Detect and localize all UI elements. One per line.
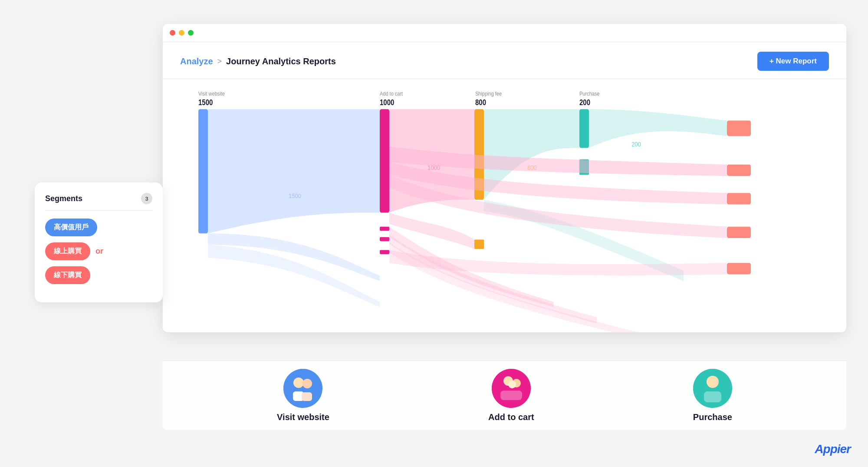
svg-text:Shipping fee: Shipping fee (475, 90, 502, 97)
segment-tag-online[interactable]: 線上購買 (45, 242, 90, 260)
stage-cart-label: Add to cart (488, 412, 534, 422)
svg-text:200: 200 (631, 140, 641, 148)
node-visit-website (198, 109, 208, 233)
node-purchase (579, 109, 589, 148)
breadcrumb-separator: > (217, 57, 222, 66)
flow-visit-cart-main (208, 109, 380, 233)
svg-text:200: 200 (579, 98, 590, 106)
sankey-chart: Visit website 1500 Add to cart 1000 Ship… (163, 79, 846, 332)
segment-row-2: 線上購買 or (45, 242, 152, 260)
segment-row-1: 高價值用戶 (45, 219, 152, 236)
avatar-purchase (693, 369, 732, 408)
stage-add-to-cart: Add to cart (488, 369, 534, 422)
header-area: Analyze > Journey Analytics Reports + Ne… (163, 42, 846, 79)
svg-text:Add to cart: Add to cart (380, 90, 403, 97)
stage-purchase: Purchase (693, 369, 732, 422)
segment-tag-offline[interactable]: 線下購買 (45, 266, 90, 284)
flow-visit-small2 (208, 245, 380, 307)
title-bar (163, 24, 846, 42)
node-cart-small1 (380, 227, 389, 231)
svg-point-12 (283, 369, 322, 408)
segment-or-label: or (95, 247, 103, 256)
breadcrumb: Analyze > Journey Analytics Reports (180, 56, 336, 66)
svg-point-14 (302, 379, 312, 388)
segment-tag-high-value[interactable]: 高價值用戶 (45, 219, 97, 236)
stage-visit-label: Visit website (277, 412, 329, 422)
minimize-icon[interactable] (179, 30, 184, 36)
segments-title: Segments (45, 194, 82, 203)
bar-right-2 (727, 165, 751, 176)
bar-right-5 (727, 263, 751, 274)
segments-header: Segments 3 (45, 193, 152, 211)
svg-text:800: 800 (475, 98, 486, 106)
stage-purchase-label: Purchase (693, 412, 732, 422)
avatar-visit-website (283, 369, 322, 408)
flow-purchase-exit (589, 109, 727, 148)
stage-visit-website: Visit website (277, 369, 329, 422)
bottom-stages: Visit website Add to cart Purchase (163, 361, 846, 430)
new-report-button[interactable]: + New Report (757, 52, 829, 71)
bar-right-3 (727, 193, 751, 204)
maximize-icon[interactable] (188, 30, 194, 36)
svg-text:Visit website: Visit website (198, 90, 225, 97)
breadcrumb-analyze-link[interactable]: Analyze (180, 56, 213, 66)
svg-rect-16 (302, 392, 312, 401)
node-cart-small2 (380, 237, 389, 242)
bar-right-1 (727, 120, 751, 136)
segments-count-badge: 3 (141, 193, 152, 204)
svg-rect-24 (704, 391, 721, 402)
svg-point-23 (707, 376, 719, 388)
appier-logo: Appier (815, 442, 851, 456)
breadcrumb-current-page: Journey Analytics Reports (226, 56, 336, 66)
svg-rect-21 (500, 391, 522, 400)
svg-point-20 (508, 381, 516, 388)
segment-row-3: 線下購買 (45, 266, 152, 284)
svg-point-13 (293, 378, 304, 388)
avatar-add-to-cart (492, 369, 531, 408)
bar-right-4 (727, 227, 751, 238)
svg-text:Purchase: Purchase (579, 90, 600, 97)
svg-text:1500: 1500 (198, 98, 213, 106)
chart-area: Visit website 1500 Add to cart 1000 Ship… (163, 79, 846, 332)
svg-text:1000: 1000 (380, 98, 394, 106)
close-icon[interactable] (170, 30, 175, 36)
node-shipping-small (474, 240, 484, 249)
node-add-to-cart (380, 109, 389, 212)
segments-panel: Segments 3 高價值用戶 線上購買 or 線下購買 (35, 182, 163, 302)
svg-point-17 (492, 369, 531, 408)
node-cart-small3 (380, 250, 389, 254)
browser-window: Analyze > Journey Analytics Reports + Ne… (163, 24, 846, 332)
